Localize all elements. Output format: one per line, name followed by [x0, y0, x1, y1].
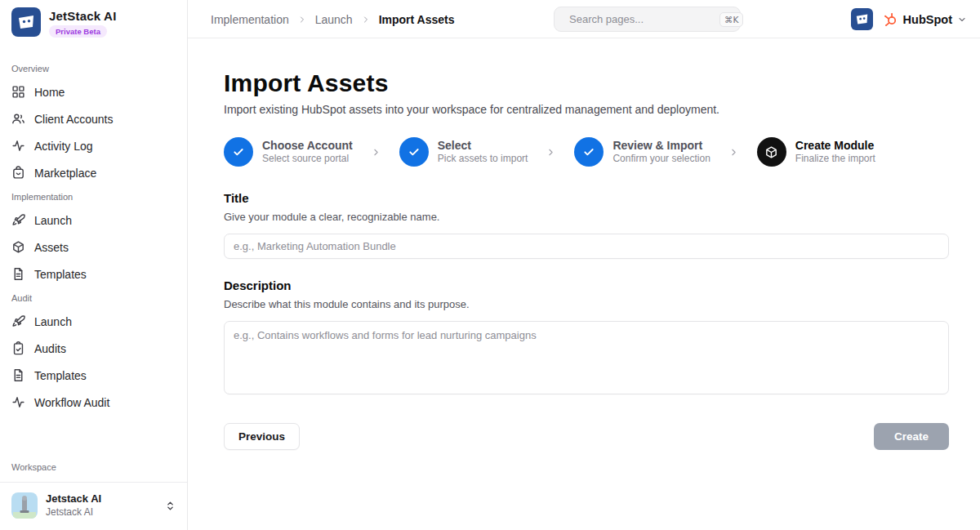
- step-subtitle: Select source portal: [262, 153, 353, 166]
- brand-name: JetStack AI: [49, 7, 117, 23]
- sidebar-item-label: Launch: [34, 214, 72, 227]
- sidebar-item-audit-launch[interactable]: Launch: [11, 314, 176, 329]
- sidebar-item-impl-launch[interactable]: Launch: [11, 212, 176, 228]
- shopping-bag-icon: [11, 166, 25, 180]
- description-help-text: Describe what this module contains and i…: [224, 298, 949, 310]
- workspace-avatar: [11, 492, 38, 519]
- step-separator: [371, 147, 381, 158]
- jetstack-mini-logo-icon[interactable]: [851, 8, 873, 30]
- step-done-circle: [574, 137, 604, 167]
- sidebar-item-assets[interactable]: Assets: [11, 239, 176, 255]
- portal-selector[interactable]: HubSpot: [883, 11, 967, 27]
- workspace-subtitle: Jetstack AI: [46, 506, 101, 519]
- step-title: Create Module: [795, 138, 875, 153]
- grid-icon: [11, 85, 25, 99]
- sidebar-item-label: Workflow Audit: [34, 396, 109, 409]
- sidebar-item-label: Home: [34, 86, 65, 99]
- search-box[interactable]: ⌘K: [554, 7, 741, 32]
- sidebar-item-label: Templates: [34, 369, 87, 382]
- description-label: Description: [224, 278, 949, 292]
- breadcrumb: Implementation Launch Import Assets: [211, 0, 455, 38]
- file-text-icon: [11, 267, 25, 281]
- step-title: Choose Account: [262, 138, 353, 153]
- jetstack-logo-icon: [11, 7, 41, 37]
- title-help-text: Give your module a clear, recognizable n…: [224, 211, 949, 223]
- sidebar-nav: Overview Home Client Accounts Activity L…: [0, 44, 187, 410]
- portal-name: HubSpot: [903, 13, 952, 26]
- breadcrumb-import-assets: Import Assets: [379, 13, 455, 26]
- step-done-circle: [399, 137, 429, 167]
- step-review-import: Review & Import Confirm your selection: [574, 137, 710, 167]
- main-content: Import Assets Import existing HubSpot as…: [188, 38, 980, 530]
- title-input[interactable]: [224, 234, 949, 259]
- sidebar-item-label: Assets: [34, 241, 69, 254]
- brand[interactable]: JetStack AI Private Beta: [0, 0, 187, 44]
- sidebar-item-label: Templates: [34, 268, 87, 281]
- step-subtitle: Finalize the import: [795, 153, 875, 166]
- sidebar-item-home[interactable]: Home: [11, 84, 176, 100]
- section-label-overview: Overview: [11, 64, 176, 73]
- check-icon: [232, 145, 245, 158]
- sidebar-item-label: Launch: [34, 315, 72, 328]
- button-row: Previous Create: [224, 423, 949, 450]
- step-title: Review & Import: [612, 138, 710, 153]
- rocket-icon: [11, 213, 25, 227]
- description-textarea[interactable]: [224, 321, 949, 394]
- stepper: Choose Account Select source portal Sele…: [224, 137, 949, 167]
- rocket-icon: [11, 314, 25, 328]
- keyboard-shortcut-badge: ⌘K: [719, 12, 743, 27]
- section-label-implementation: Implementation: [11, 192, 176, 202]
- header-right: HubSpot: [851, 0, 967, 38]
- chevron-down-icon: [957, 15, 967, 24]
- sidebar-item-label: Audits: [34, 342, 66, 355]
- workspace-block: Workspace Jetstack AI Jetstack AI: [0, 462, 187, 530]
- sidebar-item-impl-templates[interactable]: Templates: [11, 266, 176, 282]
- step-current-circle: [757, 137, 786, 167]
- top-header: Implementation Launch Import Assets ⌘K H…: [188, 0, 980, 38]
- package-icon: [11, 240, 25, 254]
- chevron-right-icon: [728, 147, 739, 158]
- step-separator: [728, 147, 739, 158]
- page-subtitle: Import existing HubSpot assets into your…: [224, 103, 949, 116]
- sidebar-item-audit-templates[interactable]: Templates: [11, 367, 176, 383]
- page-title: Import Assets: [224, 69, 949, 97]
- sidebar-item-activity-log[interactable]: Activity Log: [11, 138, 176, 154]
- chevron-right-icon: [297, 15, 307, 24]
- chevron-right-icon: [546, 147, 556, 158]
- section-label-audit: Audit: [11, 293, 176, 303]
- description-field: Description Describe what this module co…: [224, 278, 949, 398]
- workspace-switcher[interactable]: Jetstack AI Jetstack AI: [0, 483, 187, 530]
- sidebar-item-audits[interactable]: Audits: [11, 341, 176, 356]
- previous-button[interactable]: Previous: [224, 423, 300, 450]
- check-icon: [408, 145, 421, 158]
- hubspot-icon: [883, 11, 898, 27]
- workspace-label: Workspace: [0, 462, 187, 482]
- sidebar-item-workflow-audit[interactable]: Workflow Audit: [11, 394, 176, 410]
- chevron-right-icon: [361, 15, 371, 24]
- sidebar: JetStack AI Private Beta Overview Home C…: [0, 0, 188, 530]
- sidebar-item-label: Client Accounts: [34, 113, 114, 126]
- step-separator: [546, 147, 556, 158]
- sidebar-item-label: Activity Log: [34, 140, 93, 153]
- breadcrumb-implementation[interactable]: Implementation: [211, 13, 289, 26]
- users-icon: [11, 112, 25, 126]
- workspace-name: Jetstack AI: [46, 492, 101, 506]
- private-beta-badge: Private Beta: [49, 25, 107, 38]
- step-select: Select Pick assets to import: [399, 137, 528, 167]
- clipboard-check-icon: [11, 341, 25, 355]
- sidebar-item-client-accounts[interactable]: Client Accounts: [11, 111, 176, 127]
- title-label: Title: [224, 191, 949, 205]
- chevron-right-icon: [371, 147, 381, 158]
- activity-icon: [11, 395, 25, 409]
- search-input[interactable]: [563, 13, 719, 25]
- create-button[interactable]: Create: [874, 423, 949, 450]
- activity-icon: [11, 139, 25, 153]
- breadcrumb-launch[interactable]: Launch: [315, 13, 353, 26]
- sidebar-item-marketplace[interactable]: Marketplace: [11, 165, 176, 180]
- step-create-module: Create Module Finalize the import: [757, 137, 875, 167]
- step-subtitle: Confirm your selection: [612, 153, 710, 166]
- step-done-circle: [224, 137, 253, 167]
- step-choose-account: Choose Account Select source portal: [224, 137, 353, 167]
- check-icon: [582, 145, 595, 158]
- step-subtitle: Pick assets to import: [438, 153, 528, 166]
